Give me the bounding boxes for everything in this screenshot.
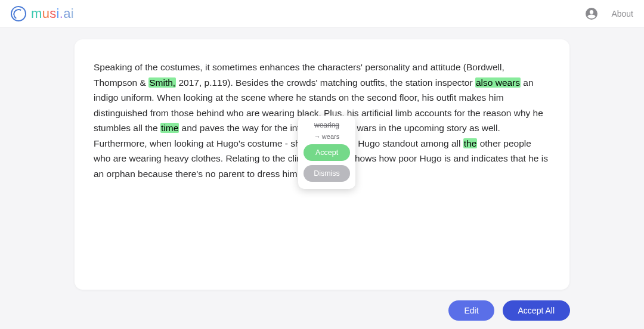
accept-all-button[interactable]: Accept All <box>503 300 570 321</box>
accept-button[interactable]: Accept <box>304 144 350 161</box>
suggestion-popup: wearing →wears Accept Dismiss <box>298 116 355 189</box>
highlighted-text[interactable]: time <box>160 123 179 133</box>
footer-actions: Edit Accept All <box>448 300 570 321</box>
logo-icon <box>9 4 28 23</box>
arrow-right-icon: → <box>314 134 321 141</box>
dismiss-button[interactable]: Dismiss <box>304 165 350 182</box>
edit-button[interactable]: Edit <box>448 300 494 321</box>
page-body: Speaking of the costumes, it sometimes e… <box>0 27 644 290</box>
brand-name: musi.ai <box>31 6 74 21</box>
account-icon[interactable] <box>584 6 599 21</box>
highlighted-text[interactable]: also wears <box>475 77 521 88</box>
suggestion-original: wearing <box>314 122 339 129</box>
about-link[interactable]: About <box>611 9 633 18</box>
app-header: musi.ai About <box>0 0 644 27</box>
highlighted-text[interactable]: the <box>463 138 478 148</box>
brand-logo[interactable]: musi.ai <box>11 6 74 21</box>
highlighted-text[interactable]: Smith, <box>148 77 176 88</box>
suggestion-replacement: →wears <box>314 134 339 141</box>
